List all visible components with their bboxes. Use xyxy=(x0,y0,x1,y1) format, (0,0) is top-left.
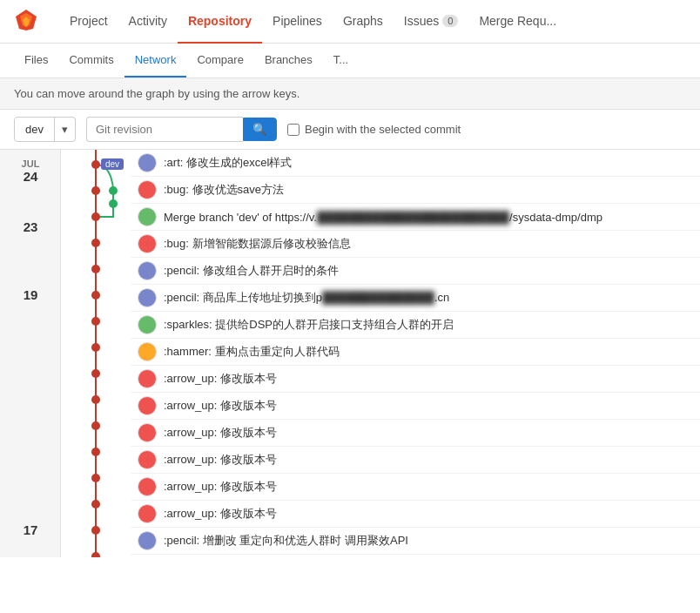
avatar xyxy=(138,153,157,172)
svg-point-14 xyxy=(91,369,100,378)
dev-branch-badge: dev xyxy=(101,158,124,170)
svg-point-21 xyxy=(91,552,100,557)
search-icon: 🔍 xyxy=(252,123,267,136)
tab-tags[interactable]: T... xyxy=(323,44,359,77)
main-nav: Project Activity Repository Pipelines Gr… xyxy=(59,0,567,44)
date-jul-24: Jul 24 xyxy=(0,158,61,184)
git-revision-form: 🔍 xyxy=(86,117,277,142)
commit-row: :pencil: 修改组合人群开启时的条件 xyxy=(131,258,700,285)
commit-row: :hammer: 重构点击重定向人群代码 xyxy=(131,339,700,366)
date-17: 17 xyxy=(0,522,61,537)
commit-row: :bug: 修改优选save方法 xyxy=(131,177,700,204)
commit-row: :sparkles: 提供给DSP的人群开启接口支持组合人群的开启 xyxy=(131,312,700,339)
avatar xyxy=(138,396,157,415)
tab-network[interactable]: Network xyxy=(125,44,187,77)
nav-activity[interactable]: Activity xyxy=(118,0,178,44)
begin-with-checkbox-label[interactable]: Begin with the selected commit xyxy=(287,123,461,136)
svg-point-9 xyxy=(91,239,100,247)
commit-message[interactable]: :pencil: 增删改 重定向和优选人群时 调用聚效API xyxy=(164,533,408,549)
graph-area: Jul 24 23 19 17 xyxy=(0,150,700,557)
svg-point-11 xyxy=(91,291,100,300)
svg-point-19 xyxy=(91,500,100,509)
info-bar: You can move around the graph by using t… xyxy=(0,78,700,110)
commit-message[interactable]: :sparkles: 提供给DSP的人群开启接口支持组合人群的开启 xyxy=(164,317,454,333)
commit-message[interactable]: :arrow_up: 修改版本号 xyxy=(164,479,277,495)
commit-row: Merge branch 'dev' of https://v.████████… xyxy=(131,204,700,231)
commits-list: :art: 修改生成的excel样式 :bug: 修改优选save方法 Merg… xyxy=(131,150,700,557)
commit-message[interactable]: :arrow_up: 修改版本号 xyxy=(164,425,277,441)
avatar xyxy=(138,531,157,550)
commit-message[interactable]: :bug: 新增智能数据源后修改校验信息 xyxy=(164,236,351,252)
svg-point-16 xyxy=(91,421,100,430)
nav-issues[interactable]: Issues 0 xyxy=(394,0,469,44)
commit-row: :arrow_up: 修改版本号 xyxy=(131,474,700,501)
nav-project[interactable]: Project xyxy=(59,0,118,44)
avatar xyxy=(138,207,157,226)
network-graph-svg xyxy=(61,150,131,557)
avatar xyxy=(138,261,157,280)
avatar xyxy=(138,342,157,361)
branch-label: dev xyxy=(15,118,54,141)
logo xyxy=(14,8,38,35)
avatar xyxy=(138,315,157,334)
svg-point-4 xyxy=(91,160,100,169)
svg-point-8 xyxy=(109,199,118,208)
sub-nav: Files Commits Network Compare Branches T… xyxy=(0,44,700,78)
svg-point-5 xyxy=(91,186,100,195)
nav-graphs[interactable]: Graphs xyxy=(333,0,394,44)
commit-message[interactable]: :bug: 修改优选save方法 xyxy=(164,182,284,198)
date-column: Jul 24 23 19 17 xyxy=(0,150,61,557)
svg-point-20 xyxy=(91,526,100,535)
commit-message[interactable]: :arrow_up: 修改版本号 xyxy=(164,506,277,522)
tab-branches[interactable]: Branches xyxy=(254,44,323,77)
date-23: 23 xyxy=(0,219,61,234)
nav-pipelines[interactable]: Pipelines xyxy=(262,0,333,44)
commit-row: :arrow_up: 修改版本号 xyxy=(131,366,700,393)
nav-merge-requests[interactable]: Merge Requ... xyxy=(468,0,567,44)
chevron-down-icon: ▾ xyxy=(54,118,75,141)
svg-point-12 xyxy=(91,317,100,326)
avatar xyxy=(138,423,157,442)
git-revision-search-button[interactable]: 🔍 xyxy=(243,118,277,141)
commit-message[interactable]: :hammer: 重构点击重定向人群代码 xyxy=(164,344,340,360)
commit-message[interactable]: :pencil: 商品库上传地址切换到p██████████████.cn xyxy=(164,290,449,306)
svg-point-13 xyxy=(91,343,100,352)
tab-compare[interactable]: Compare xyxy=(186,44,253,77)
commit-row: :sparkles: 增加一个新的HttpClllientUtils类 xyxy=(131,555,700,557)
avatar xyxy=(138,450,157,469)
svg-point-6 xyxy=(91,212,100,221)
avatar xyxy=(138,369,157,388)
controls-bar: dev ▾ 🔍 Begin with the selected commit xyxy=(0,110,700,150)
svg-point-18 xyxy=(91,474,100,482)
commit-row: :art: 修改生成的excel样式 xyxy=(131,150,700,177)
tab-files[interactable]: Files xyxy=(14,44,58,77)
tab-commits[interactable]: Commits xyxy=(58,44,124,77)
commit-row: :bug: 新增智能数据源后修改校验信息 xyxy=(131,231,700,258)
commit-message[interactable]: :arrow_up: 修改版本号 xyxy=(164,398,277,414)
git-revision-input[interactable] xyxy=(86,117,243,142)
avatar xyxy=(138,504,157,523)
svg-point-17 xyxy=(91,448,100,456)
commit-row: :arrow_up: 修改版本号 xyxy=(131,501,700,528)
commit-message[interactable]: :arrow_up: 修改版本号 xyxy=(164,452,277,468)
svg-point-10 xyxy=(91,265,100,273)
graph-svg-column: dev xyxy=(61,150,131,557)
commit-message[interactable]: :pencil: 修改组合人群开启时的条件 xyxy=(164,263,339,279)
svg-point-15 xyxy=(91,395,100,404)
begin-with-checkbox[interactable] xyxy=(287,124,300,136)
issues-badge: 0 xyxy=(442,15,458,27)
nav-repository[interactable]: Repository xyxy=(178,0,262,44)
avatar xyxy=(138,180,157,199)
commit-row: :arrow_up: 修改版本号 xyxy=(131,420,700,447)
date-19: 19 xyxy=(0,287,61,302)
commit-row: :arrow_up: 修改版本号 xyxy=(131,447,700,474)
branch-selector[interactable]: dev ▾ xyxy=(14,117,76,142)
commit-message[interactable]: :art: 修改生成的excel样式 xyxy=(164,155,292,171)
avatar xyxy=(138,288,157,307)
svg-point-7 xyxy=(109,186,118,195)
commit-message[interactable]: :arrow_up: 修改版本号 xyxy=(164,371,277,387)
avatar xyxy=(138,234,157,253)
top-nav: Project Activity Repository Pipelines Gr… xyxy=(0,0,700,44)
commit-message[interactable]: Merge branch 'dev' of https://v.████████… xyxy=(164,211,602,224)
avatar xyxy=(138,477,157,496)
